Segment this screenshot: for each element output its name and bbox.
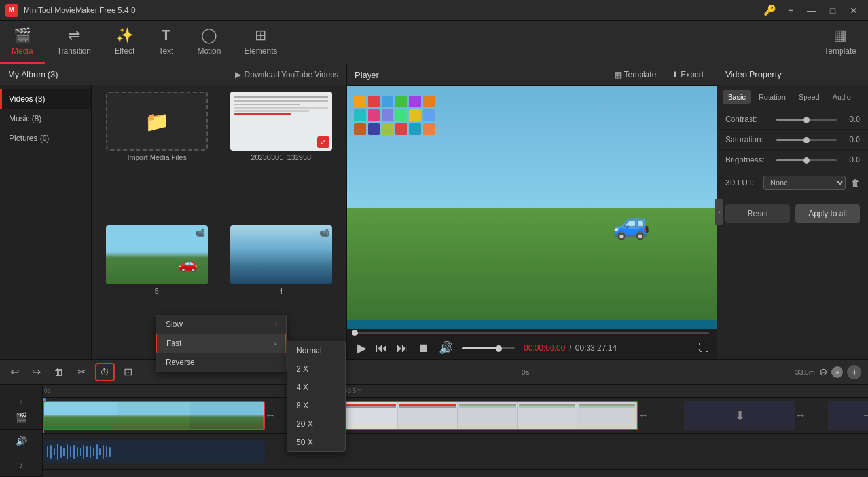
next-frame-button[interactable]: ⏭ (394, 340, 411, 356)
play-button[interactable]: ▶ (355, 339, 369, 356)
saturation-fill (776, 139, 806, 141)
zoom-out-button[interactable]: ⊖ (819, 366, 827, 378)
template-button[interactable]: ▦ Template (609, 68, 662, 81)
redo-button[interactable]: ↪ (28, 363, 45, 381)
contrast-row: Contrast: 0.0 (717, 109, 868, 130)
player-controls: ▶ ⏮ ⏭ ⏹ 🔊 00:00:00.00 / 00:33:27.14 ⛶ (347, 337, 717, 359)
toolbar-item-motion[interactable]: ◯ Motion (185, 21, 232, 64)
player-title: Player (355, 70, 379, 80)
toolbar-item-media[interactable]: 🎬 Media (0, 21, 45, 64)
speed-button[interactable]: ⏱ (95, 363, 115, 381)
toolbar-item-effect[interactable]: ✨ Effect (103, 21, 146, 64)
apply-to-all-button[interactable]: Apply to all (795, 204, 860, 223)
crop-button[interactable]: ⊡ (120, 363, 136, 381)
video-track: ↔ ↔ ⬇ (43, 398, 868, 434)
speed-50x-option[interactable]: 50 X (287, 433, 345, 451)
volume-button[interactable]: 🔊 (436, 339, 456, 356)
fast-speed-option[interactable]: Fast › (156, 334, 286, 353)
lut-delete-button[interactable]: 🗑 (851, 178, 860, 188)
ruler-mid: 33.5m (344, 387, 362, 394)
app-title: MiniTool MovieMaker Free 5.4.0 (24, 6, 763, 15)
menu-button[interactable]: ≡ (782, 4, 800, 17)
time-separator: / (569, 343, 571, 353)
slow-speed-option[interactable]: Slow › (156, 315, 286, 334)
maximize-button[interactable]: □ (823, 4, 842, 17)
media-panel-header: My Album (3) ▶ Download YouTube Videos (0, 64, 346, 85)
toolbar-item-transition[interactable]: ⇌ Transition (45, 21, 103, 64)
speed-normal-option[interactable]: Normal (287, 341, 345, 360)
import-media-item[interactable]: 📁 Import Media Files (98, 92, 216, 219)
panel-expand-button[interactable]: › (715, 199, 723, 225)
tab-audio[interactable]: Audio (827, 90, 856, 104)
reverse-speed-option[interactable]: Reverse (156, 353, 286, 372)
media-item-doc1[interactable]: ✓ 20230301_132958 (223, 92, 340, 219)
export-button[interactable]: ⬆ Export (666, 68, 709, 81)
video-clip-4[interactable]: → (828, 401, 868, 430)
toolbar-label-template: Template (824, 47, 856, 56)
toolbar-item-elements[interactable]: ⊞ Elements (232, 21, 289, 64)
speed-8x-option[interactable]: 8 X (287, 396, 345, 415)
saturation-thumb[interactable] (803, 137, 810, 143)
clip-connector-1[interactable]: ↔ (265, 410, 276, 421)
fast-arrow-icon: › (274, 339, 276, 347)
volume-thumb[interactable] (496, 345, 502, 352)
reset-button[interactable]: Reset (725, 204, 790, 223)
toolbar-label-elements: Elements (244, 47, 277, 56)
prev-frame-button[interactable]: ⏮ (373, 340, 390, 356)
progress-bar-track[interactable] (355, 332, 709, 334)
doc1-thumb: ✓ (230, 92, 332, 151)
video-clip-3[interactable]: ⬇ (684, 401, 795, 430)
media-sidebar: Videos (3) Music (8) Pictures (0) (0, 85, 92, 359)
player-panel: Player ▦ Template ⬆ Export (347, 64, 717, 359)
speed-4x-option[interactable]: 4 X (287, 378, 345, 396)
tab-basic[interactable]: Basic (723, 90, 751, 104)
transition-icon: ⇌ (68, 27, 80, 44)
speed-20x-option[interactable]: 20 X (287, 415, 345, 433)
video-property-panel: Video Property Basic Rotation Speed Audi… (717, 64, 868, 359)
brightness-label: Brightness: (725, 155, 771, 164)
clip-connector-2[interactable]: ↔ (638, 410, 649, 421)
minimize-button[interactable]: — (803, 4, 821, 17)
delete-button[interactable]: 🗑 (50, 364, 68, 381)
add-clip-icon[interactable]: + (19, 398, 23, 406)
progress-thumb[interactable] (352, 330, 358, 336)
lut-select[interactable]: None (763, 176, 846, 190)
vid4-label: 4 (279, 287, 283, 295)
audio-track-icon: 🔊 (16, 436, 27, 446)
tab-speed[interactable]: Speed (793, 90, 825, 104)
brightness-slider[interactable] (776, 159, 837, 161)
sidebar-item-music[interactable]: Music (8) (0, 109, 91, 128)
close-button[interactable]: ✕ (844, 4, 863, 17)
brightness-thumb[interactable] (803, 157, 810, 164)
undo-button[interactable]: ↩ (7, 363, 23, 381)
tab-rotation[interactable]: Rotation (753, 90, 791, 104)
car-video-element: 🚙 (613, 206, 650, 241)
zoom-in-button[interactable]: ● (831, 366, 843, 378)
contrast-slider[interactable] (776, 119, 837, 121)
youtube-download-button[interactable]: ▶ Download YouTube Videos (235, 70, 338, 79)
video-clip-1[interactable] (43, 401, 265, 430)
speed-2x-option[interactable]: 2 X (287, 360, 345, 378)
key-icon[interactable]: 🔑 (763, 4, 776, 16)
sidebar-item-videos[interactable]: Videos (3) (0, 89, 91, 109)
toolbar-item-template[interactable]: ▦ Template (812, 21, 868, 64)
volume-slider[interactable] (462, 347, 515, 349)
player-progress[interactable] (347, 329, 717, 337)
fullscreen-button[interactable]: ⛶ (698, 342, 709, 354)
media-icon: 🎬 (14, 27, 31, 44)
timeline-tracks: + 🎬 🔊 ♪ 0s 33.5m (0, 385, 868, 477)
add-track-button[interactable]: + (847, 365, 861, 379)
lut-row: 3D LUT: None 🗑 (717, 170, 868, 195)
video-clip-2[interactable] (337, 401, 638, 430)
stop-button[interactable]: ⏹ (415, 340, 432, 356)
template-layers-icon: ▦ (615, 70, 622, 79)
video-frame: 🚙 (347, 86, 717, 329)
split-button[interactable]: ✂ (73, 363, 90, 381)
contrast-thumb[interactable] (803, 117, 810, 123)
clip-connector-3[interactable]: ↔ (795, 410, 806, 421)
total-time: 00:33:27.14 (575, 343, 617, 353)
sidebar-item-pictures[interactable]: Pictures (0) (0, 128, 91, 148)
folder-icon: 📁 (145, 110, 169, 133)
toolbar-item-text[interactable]: T Text (146, 21, 185, 64)
saturation-slider[interactable] (776, 139, 837, 141)
